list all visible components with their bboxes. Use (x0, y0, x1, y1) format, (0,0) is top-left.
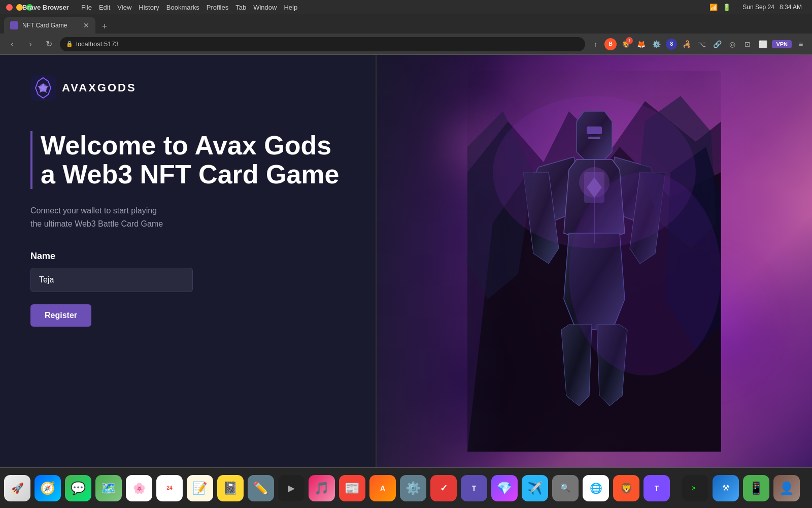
dock-item-brave[interactable]: 🦁 (613, 475, 639, 501)
menu-icon[interactable]: ≡ (795, 38, 807, 50)
dock-item-launchpad[interactable]: 🚀 (4, 475, 30, 501)
dock-item-crystal[interactable]: 💎 (491, 475, 518, 501)
dock-item-safari[interactable]: 🧭 (35, 475, 61, 501)
armor-figure (377, 55, 812, 467)
wifi-icon: 📶 (709, 4, 718, 11)
register-button[interactable]: Register (30, 304, 91, 327)
menu-profiles[interactable]: Profiles (207, 4, 228, 11)
dock-item-messages[interactable]: 💬 (65, 475, 91, 501)
active-tab[interactable]: NFT Card Game ✕ (4, 17, 95, 34)
menu-edit[interactable]: Edit (99, 4, 110, 11)
name-input[interactable] (30, 268, 193, 292)
date-display: Sun Sep 24 (742, 4, 774, 11)
dock-item-notes[interactable]: 📓 (217, 475, 244, 501)
menu-tab[interactable]: Tab (235, 4, 246, 11)
share-icon[interactable]: ↑ (589, 38, 601, 50)
dock-item-whatsapp[interactable]: 📱 (743, 475, 769, 501)
name-label: Name (30, 251, 345, 262)
svg-marker-14 (587, 177, 602, 198)
svg-marker-7 (577, 111, 612, 160)
glow-effect-2 (641, 258, 768, 385)
svg-point-25 (493, 96, 696, 248)
svg-marker-17 (564, 233, 625, 330)
svg-marker-5 (467, 101, 721, 452)
svg-point-20 (579, 167, 610, 198)
welcome-title: Welcome to Avax Gods a Web3 NFT Card Gam… (30, 131, 345, 189)
svg-marker-19 (597, 325, 627, 406)
sidebar-toggle[interactable]: ⊡ (741, 38, 754, 50)
dock-item-chrome[interactable]: 🌐 (583, 475, 609, 501)
dock-item-reminders[interactable]: 📝 (187, 475, 213, 501)
menu-window[interactable]: Window (253, 4, 277, 11)
dock-item-music[interactable]: 🎵 (309, 475, 335, 501)
svg-marker-15 (523, 172, 559, 264)
battery-icon: 🔋 (723, 4, 731, 11)
clock: Sun Sep 24 8:34 AM (742, 4, 802, 11)
menu-bar: File Edit View History Bookmarks Profile… (81, 4, 297, 11)
tab-close-button[interactable]: ✕ (83, 21, 89, 29)
welcome-subtitle: Connect your wallet to start playing the… (30, 204, 345, 230)
address-text: localhost:5173 (76, 40, 119, 48)
game-art-panel (377, 55, 812, 467)
logo-icon (30, 75, 56, 101)
new-tab-button[interactable]: + (97, 19, 112, 34)
menu-file[interactable]: File (81, 4, 92, 11)
menu-bookmarks[interactable]: Bookmarks (166, 4, 199, 11)
dock-item-teams[interactable]: T (461, 475, 487, 501)
menu-history[interactable]: History (139, 4, 159, 11)
dock-item-xcode[interactable]: ⚒ (713, 475, 739, 501)
extension-icon-7[interactable]: ◎ (726, 38, 738, 50)
dock-item-freeform[interactable]: ✏️ (248, 475, 274, 501)
extension-icon-6[interactable]: 🔗 (711, 38, 723, 50)
svg-marker-24 (467, 111, 533, 299)
dock-item-contacts[interactable]: 👤 (773, 475, 800, 501)
svg-rect-8 (587, 126, 602, 134)
glow-effect-1 (420, 96, 522, 198)
svg-marker-11 (612, 157, 660, 223)
titlebar: Brave Browser File Edit View History Boo… (0, 0, 812, 14)
lock-icon: 🔒 (66, 41, 73, 47)
dock-item-todoist[interactable]: ✓ (430, 475, 457, 501)
dock-item-terminal[interactable]: >_ (682, 475, 708, 501)
dock-item-maps[interactable]: 🗺️ (95, 475, 122, 501)
brave-rewards-icon[interactable]: 🦁 ! (620, 38, 632, 50)
browser-content: AVAXGODS Welcome to Avax Gods a Web3 NFT… (0, 55, 812, 467)
svg-rect-4 (467, 71, 721, 452)
vpn-button[interactable]: VPN (772, 40, 792, 48)
browser-toolbar: ‹ › ↻ 🔒 localhost:5173 ↑ B 🦁 ! 🦊 ⚙️ 8 🦂 … (0, 34, 812, 55)
brave-shields-icon[interactable]: B (604, 38, 617, 50)
dock-item-telegram[interactable]: ✈️ (522, 475, 548, 501)
close-button[interactable] (6, 4, 13, 11)
svg-point-26 (569, 172, 721, 375)
svg-marker-23 (665, 147, 721, 350)
wallet-icon[interactable]: ⬜ (757, 38, 769, 50)
back-button[interactable]: ‹ (5, 37, 19, 51)
svg-marker-6 (467, 147, 721, 452)
svg-marker-18 (561, 325, 592, 406)
dock-item-sysprefs[interactable]: ⚙️ (400, 475, 426, 501)
system-icons: 📶 🔋 (709, 4, 731, 11)
address-bar[interactable]: 🔒 localhost:5173 (60, 37, 585, 51)
reload-button[interactable]: ↻ (42, 37, 56, 51)
dock-item-tuple[interactable]: T (644, 475, 670, 501)
time-display: 8:34 AM (780, 4, 802, 11)
forward-button[interactable]: › (23, 37, 38, 51)
menu-help[interactable]: Help (284, 4, 297, 11)
dock-item-appletv[interactable]: ▶ (278, 475, 304, 501)
logo: AVAXGODS (30, 75, 345, 101)
extension-icon-2[interactable]: ⚙️ (650, 38, 662, 50)
svg-marker-10 (528, 157, 577, 223)
dock-item-spotlight[interactable]: 🔍 (552, 475, 579, 501)
extension-icon-5[interactable]: ⌥ (696, 38, 708, 50)
extension-icon-4[interactable]: 🦂 (681, 38, 693, 50)
tab-favicon (10, 21, 18, 29)
extension-icon-3[interactable]: 8 (665, 38, 678, 50)
dock-item-instruments[interactable]: A (369, 475, 396, 501)
dock: 🔍 🚀 🧭 💬 🗺️ 🌸 24 📝 📓 ✏️ ▶ 🎵 📰 A ⚙️ ✓ T 💎 … (0, 467, 812, 508)
extension-icon-1[interactable]: 🦊 (635, 38, 647, 50)
tab-title: NFT Card Game (22, 22, 67, 29)
dock-item-calendar[interactable]: 24 (156, 475, 183, 501)
dock-item-photos[interactable]: 🌸 (126, 475, 152, 501)
menu-view[interactable]: View (117, 4, 131, 11)
dock-item-news[interactable]: 📰 (339, 475, 365, 501)
